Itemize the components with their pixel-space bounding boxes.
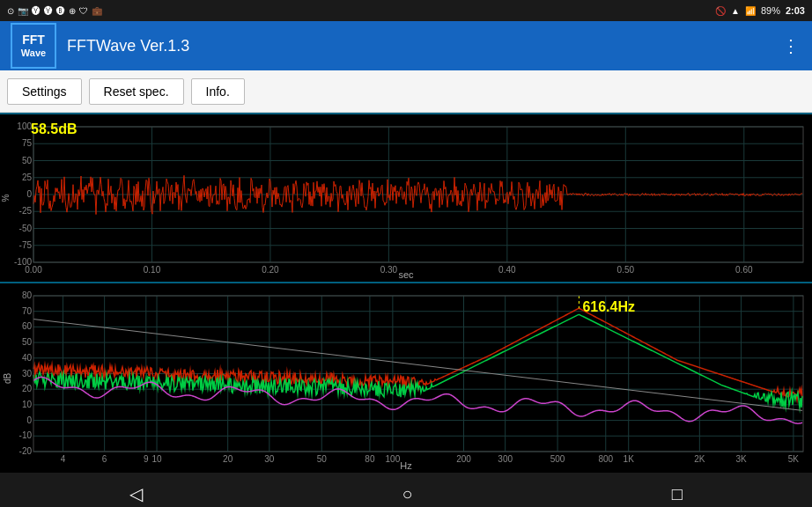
sys-icon-5: 🅑 xyxy=(56,6,65,16)
wave-db-label: 58.5dB xyxy=(31,121,77,137)
sys-icon-7: 🛡 xyxy=(79,6,88,16)
status-bar-right: 🚫 ▲ 📶 89% 2:03 xyxy=(715,5,805,16)
app-title: FFTWave Ver.1.3 xyxy=(67,37,782,55)
info-button[interactable]: Info. xyxy=(191,78,245,105)
wave-canvas xyxy=(0,114,812,282)
wave-y-unit: % xyxy=(1,195,11,202)
fft-chart: 616.4Hz dB Hz xyxy=(0,283,812,473)
no-sim-icon: 🚫 xyxy=(715,6,726,16)
nav-bar: ◁ ○ □ xyxy=(0,473,812,507)
battery-percent: 89% xyxy=(761,5,780,16)
toolbar: Settings Reset spec. Info. xyxy=(0,70,812,113)
fft-canvas xyxy=(0,283,812,473)
more-options-icon[interactable]: ⋮ xyxy=(782,35,801,56)
sys-icon-3: 🅨 xyxy=(32,6,41,16)
app-bar: FFT Wave FFTWave Ver.1.3 ⋮ xyxy=(0,21,812,70)
wifi-icon: ▲ xyxy=(731,6,740,16)
sys-icon-1: ⊙ xyxy=(7,6,14,16)
recent-button[interactable]: □ xyxy=(651,477,704,508)
sys-icon-8: 💼 xyxy=(92,6,102,16)
fft-x-unit: Hz xyxy=(400,460,411,471)
sys-icon-2: 📷 xyxy=(18,6,28,16)
status-bar: ⊙ 📷 🅨 🅨 🅑 ⊕ 🛡 💼 🚫 ▲ 📶 89% 2:03 xyxy=(0,0,812,21)
charts-area: 58.5dB % sec 616.4Hz dB Hz xyxy=(0,113,812,473)
signal-icon: 📶 xyxy=(745,6,756,16)
reset-spec-button[interactable]: Reset spec. xyxy=(89,78,184,105)
fft-y-unit: dB xyxy=(3,372,12,383)
back-button[interactable]: ◁ xyxy=(108,476,164,507)
settings-button[interactable]: Settings xyxy=(7,78,82,105)
wave-x-unit: sec xyxy=(398,269,413,280)
home-button[interactable]: ○ xyxy=(380,477,433,508)
fft-freq-label: 616.4Hz xyxy=(582,299,635,315)
wave-chart: 58.5dB % sec xyxy=(0,114,812,282)
app-icon: FFT Wave xyxy=(11,23,56,69)
status-bar-left: ⊙ 📷 🅨 🅨 🅑 ⊕ 🛡 💼 xyxy=(7,6,102,16)
sys-icon-6: ⊕ xyxy=(69,6,76,16)
clock: 2:03 xyxy=(786,5,805,16)
sys-icon-4: 🅨 xyxy=(44,6,53,16)
